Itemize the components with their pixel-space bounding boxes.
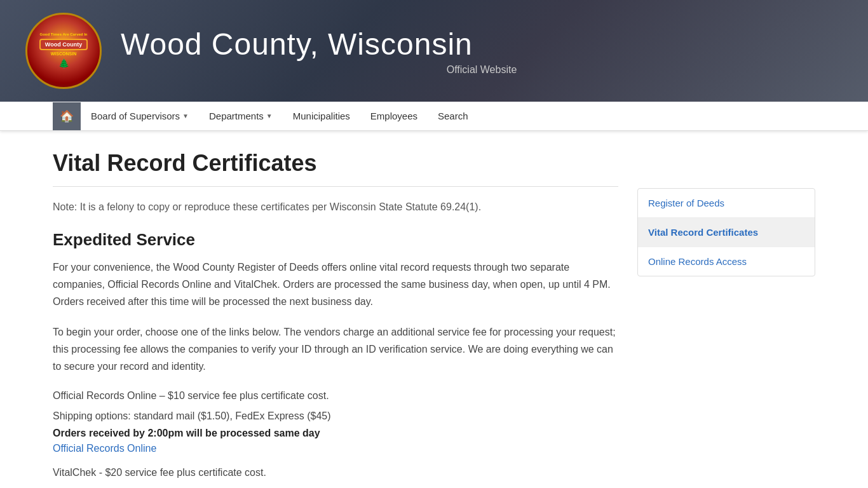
site-logo[interactable]: Good Times Are Carved In Wood County WIS… bbox=[25, 13, 102, 89]
site-subtitle: Official Website bbox=[121, 64, 843, 76]
site-title: Wood County, Wisconsin bbox=[121, 27, 843, 62]
service2-line1: VitalChek - $20 service fee plus certifi… bbox=[53, 464, 618, 481]
nav-label: Departments bbox=[209, 111, 264, 121]
felony-note: Note: It is a felony to copy or reproduc… bbox=[53, 200, 618, 215]
service1-bold: Orders received by 2:00pm will be proces… bbox=[53, 428, 618, 439]
nav-label: Board of Supervisors bbox=[91, 111, 180, 121]
page-title: Vital Record Certificates bbox=[53, 150, 618, 187]
header-content: Good Times Are Carved In Wood County WIS… bbox=[0, 0, 868, 102]
service1-line1: Official Records Online – $10 service fe… bbox=[53, 388, 618, 404]
sidebar-link-vital-records[interactable]: Vital Record Certificates bbox=[638, 218, 815, 247]
sidebar-link-register-of-deeds[interactable]: Register of Deeds bbox=[638, 189, 815, 218]
nav-search[interactable]: Search bbox=[428, 102, 478, 130]
nav-board-of-supervisors[interactable]: Board of Supervisors ▼ bbox=[81, 102, 199, 130]
paragraph-2: To begin your order, choose one of the l… bbox=[53, 323, 618, 376]
dropdown-arrow-icon: ▼ bbox=[266, 112, 273, 119]
nav-municipalities[interactable]: Municipalities bbox=[283, 102, 360, 130]
dropdown-arrow-icon: ▼ bbox=[182, 112, 189, 119]
nav-label: Municipalities bbox=[293, 111, 350, 121]
home-icon: 🏠 bbox=[60, 109, 74, 123]
main-nav: 🏠 Board of Supervisors ▼ Departments ▼ M… bbox=[0, 102, 868, 131]
nav-employees[interactable]: Employees bbox=[360, 102, 428, 130]
sidebar: Register of Deeds Vital Record Certifica… bbox=[637, 150, 815, 485]
main-content: Vital Record Certificates Note: It is a … bbox=[53, 150, 618, 485]
site-title-area: Wood County, Wisconsin Official Website bbox=[121, 27, 843, 76]
official-records-online-link[interactable]: Official Records Online bbox=[53, 443, 156, 454]
home-nav-button[interactable]: 🏠 bbox=[53, 102, 81, 130]
nav-departments[interactable]: Departments ▼ bbox=[199, 102, 283, 130]
nav-label: Search bbox=[438, 111, 468, 121]
sidebar-link-online-records[interactable]: Online Records Access bbox=[638, 247, 815, 276]
sidebar-card: Register of Deeds Vital Record Certifica… bbox=[637, 188, 815, 276]
nav-label: Employees bbox=[370, 111, 417, 121]
site-header: Good Times Are Carved In Wood County WIS… bbox=[0, 0, 868, 102]
main-container: Vital Record Certificates Note: It is a … bbox=[40, 131, 828, 488]
paragraph-1: For your convenience, the Wood County Re… bbox=[53, 259, 618, 311]
expedited-heading: Expedited Service bbox=[53, 230, 618, 250]
service1-line2: Shipping options: standard mail ($1.50),… bbox=[53, 408, 618, 424]
